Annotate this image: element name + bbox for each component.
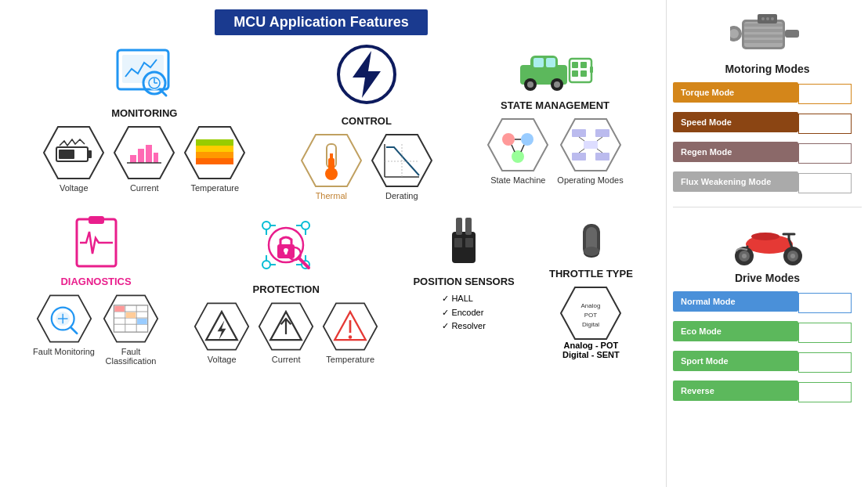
svg-point-85 bbox=[302, 222, 309, 229]
derating-label: Derating bbox=[385, 191, 418, 200]
normal-mode-bar[interactable]: Normal Mode bbox=[673, 291, 798, 312]
protection-temp-container: Temperature bbox=[322, 301, 378, 364]
torque-mode-bar[interactable]: Torque Mode bbox=[673, 82, 798, 103]
protection-voltage-label: Voltage bbox=[208, 355, 237, 364]
svg-rect-115 bbox=[454, 238, 462, 247]
normal-mode-container: Normal Mode bbox=[673, 291, 862, 315]
drive-modes-panel: Drive Modes Normal Mode Eco Mode Sport M… bbox=[673, 217, 862, 406]
svg-rect-46 bbox=[572, 70, 578, 77]
flux-mode-label: Flux Weakening Mode bbox=[681, 177, 771, 186]
fault-monitoring-container: Fault Monitoring bbox=[33, 294, 95, 366]
voltage-label: Voltage bbox=[60, 183, 89, 193]
svg-rect-99 bbox=[285, 251, 288, 254]
svg-rect-11 bbox=[59, 150, 74, 159]
control-label: CONTROL bbox=[342, 115, 392, 127]
reverse-mode-label: Reverse bbox=[681, 386, 714, 395]
svg-rect-19 bbox=[196, 158, 233, 164]
svg-point-42 bbox=[554, 81, 560, 88]
diagnostics-label: DIAGNOSTICS bbox=[60, 276, 131, 287]
monitoring-label: MONITORING bbox=[111, 107, 177, 119]
temperature-container: Temperature bbox=[183, 125, 246, 193]
monitoring-section: MONITORING bbox=[42, 41, 246, 193]
reverse-mode-container: Reverse bbox=[673, 381, 862, 404]
svg-line-100 bbox=[299, 258, 309, 268]
flux-mode-outline bbox=[798, 173, 852, 193]
checklist: HALL Encoder Resolver bbox=[442, 292, 485, 334]
normal-mode-label: Normal Mode bbox=[681, 297, 736, 306]
flux-mode-bar[interactable]: Flux Weakening Mode bbox=[673, 171, 798, 192]
thermal-label: Thermal bbox=[316, 191, 347, 200]
eco-mode-label: Eco Mode bbox=[681, 326, 722, 336]
right-section: Motoring Modes Torque Mode Speed Mode Re… bbox=[666, 0, 868, 487]
protection-current-hex bbox=[258, 301, 314, 352]
state-machine-container: State Machine bbox=[486, 117, 549, 185]
eco-mode-bar[interactable]: Eco Mode bbox=[673, 321, 798, 341]
svg-text:POT: POT bbox=[584, 312, 598, 319]
current-hex bbox=[113, 125, 175, 180]
derating-container: Derating bbox=[371, 133, 433, 200]
eco-mode-outline bbox=[798, 323, 852, 343]
svg-point-86 bbox=[262, 261, 270, 269]
reverse-mode-outline bbox=[798, 382, 852, 402]
svg-rect-81 bbox=[114, 306, 125, 312]
voltage-container: Voltage bbox=[42, 125, 105, 193]
thermal-hex bbox=[300, 133, 363, 188]
state-label: STATE MANAGEMENT bbox=[501, 99, 609, 111]
current-container: Current bbox=[113, 125, 175, 193]
svg-text:Analog: Analog bbox=[581, 302, 601, 309]
thermal-container: Thermal bbox=[300, 133, 363, 200]
svg-rect-16 bbox=[154, 153, 158, 163]
control-section: CONTROL bbox=[300, 41, 433, 200]
motoring-modes-panel: Motoring Modes Torque Mode Speed Mode Re… bbox=[673, 8, 862, 197]
speed-mode-container: Speed Mode bbox=[673, 112, 862, 135]
main-layout: MCU Application Features bbox=[0, 0, 868, 487]
diagnostics-section: DIAGNOSTICS bbox=[33, 210, 159, 366]
throttle-hex: Analog POT Digital bbox=[559, 286, 622, 341]
svg-rect-37 bbox=[533, 58, 544, 67]
svg-rect-114 bbox=[465, 218, 472, 235]
svg-rect-61 bbox=[584, 141, 598, 149]
control-icon bbox=[335, 41, 398, 112]
svg-rect-38 bbox=[546, 58, 555, 67]
throttle-icon bbox=[559, 210, 622, 265]
title-wrapper: MCU Application Features bbox=[8, 0, 635, 35]
temperature-label: Temperature bbox=[190, 183, 239, 193]
svg-rect-44 bbox=[572, 62, 578, 68]
operating-modes-label: Operating Modes bbox=[557, 175, 623, 185]
speed-mode-outline bbox=[798, 114, 852, 134]
svg-point-146 bbox=[790, 254, 795, 258]
scooter-image bbox=[730, 217, 805, 268]
reverse-mode-bar[interactable]: Reverse bbox=[673, 381, 798, 401]
svg-rect-15 bbox=[146, 145, 152, 163]
operating-modes-hex bbox=[559, 117, 622, 172]
protection-section: PROTECTION Voltage bbox=[193, 210, 378, 364]
throttle-section: THROTTLE TYPE Analog POT Digital Analog bbox=[549, 210, 633, 359]
svg-rect-29 bbox=[330, 153, 333, 174]
operating-modes-container: Operating Modes bbox=[557, 117, 623, 185]
protection-temp-hex bbox=[322, 301, 378, 352]
svg-rect-14 bbox=[138, 149, 144, 163]
svg-marker-24 bbox=[353, 51, 381, 98]
svg-rect-127 bbox=[744, 23, 783, 27]
speed-mode-bar[interactable]: Speed Mode bbox=[673, 112, 798, 132]
protection-current-label: Current bbox=[272, 355, 301, 364]
diagnostics-hex-row: Fault Monitoring bbox=[33, 294, 159, 366]
left-section: MCU Application Features bbox=[0, 0, 666, 487]
sensors-checklist: HALL Encoder Resolver bbox=[442, 292, 485, 334]
svg-point-84 bbox=[262, 222, 270, 229]
regen-mode-bar[interactable]: Regen Mode bbox=[673, 142, 798, 162]
sport-mode-bar[interactable]: Sport Mode bbox=[673, 351, 798, 371]
regen-mode-container: Regen Mode bbox=[673, 142, 862, 165]
regen-mode-label: Regen Mode bbox=[681, 147, 732, 157]
protection-voltage-container: Voltage bbox=[193, 301, 250, 364]
hall-item: HALL bbox=[442, 292, 485, 306]
state-management-section: STATE MANAGEMENT bbox=[486, 41, 623, 185]
sport-mode-label: Sport Mode bbox=[681, 356, 729, 366]
fault-monitoring-hex bbox=[36, 294, 92, 344]
protection-label: PROTECTION bbox=[253, 283, 320, 295]
svg-rect-48 bbox=[590, 67, 593, 73]
temperature-hex bbox=[183, 125, 246, 180]
svg-point-50 bbox=[502, 133, 515, 146]
svg-rect-10 bbox=[88, 150, 92, 158]
resolver-item: Resolver bbox=[442, 319, 485, 334]
